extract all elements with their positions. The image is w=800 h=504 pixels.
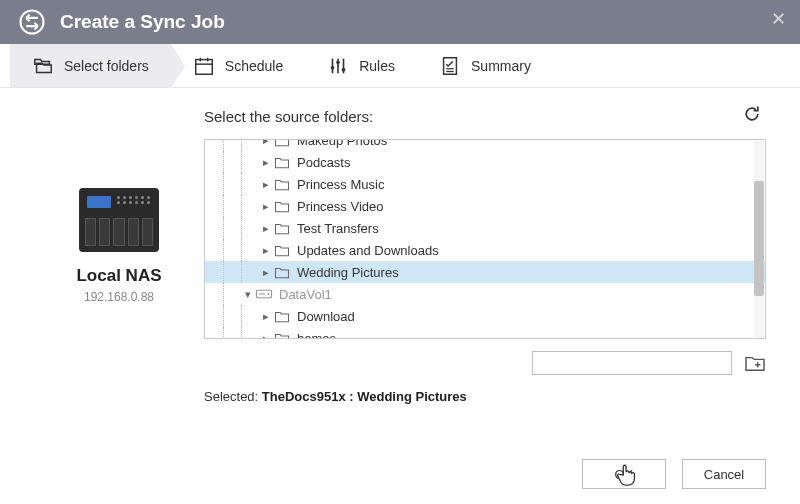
ok-button[interactable]: OK (582, 459, 666, 489)
hdd-icon (255, 286, 273, 302)
section-title: Select the source folders: (204, 108, 373, 125)
tree-item-label: Makeup Photos (297, 139, 765, 148)
folder-icon (273, 308, 291, 324)
refresh-icon[interactable] (738, 100, 766, 133)
folders-stack-icon (32, 55, 54, 77)
folder-tree[interactable]: Makeup PhotosPodcastsPrincess MusicPrinc… (204, 139, 766, 339)
folder-icon (273, 176, 291, 192)
chevron-right-icon[interactable] (259, 139, 273, 147)
tree-item-label: Updates and Downloads (297, 243, 765, 258)
document-check-icon (439, 55, 461, 77)
tree-guide (223, 151, 241, 173)
tree-row[interactable]: Test Transfers (205, 217, 765, 239)
titlebar: Create a Sync Job ✕ (0, 0, 800, 44)
scrollbar-thumb[interactable] (754, 181, 764, 296)
chevron-right-icon[interactable] (259, 222, 273, 235)
close-icon[interactable]: ✕ (771, 8, 786, 30)
folder-icon (273, 220, 291, 236)
chevron-right-icon[interactable] (259, 156, 273, 169)
tree-item-label: Princess Music (297, 177, 765, 192)
chevron-down-icon[interactable] (241, 288, 255, 301)
source-device-panel: Local NAS 192.168.0.88 (34, 100, 204, 444)
step-summary[interactable]: Summary (417, 44, 553, 87)
tree-item-label: Download (297, 309, 765, 324)
tree-row[interactable]: DataVol1 (205, 283, 765, 305)
path-input[interactable] (532, 351, 732, 375)
tree-item-label: DataVol1 (279, 287, 765, 302)
scrollbar-track[interactable] (754, 141, 764, 337)
folder-icon (273, 198, 291, 214)
svg-point-15 (268, 293, 270, 295)
step-rules[interactable]: Rules (305, 44, 417, 87)
step-label: Select folders (64, 58, 149, 74)
step-label: Rules (359, 58, 395, 74)
tree-guide (223, 239, 241, 261)
svg-point-8 (331, 66, 335, 70)
cancel-button[interactable]: Cancel (682, 459, 766, 489)
tree-guide (223, 305, 241, 327)
tree-guide (241, 305, 259, 327)
tree-item-label: Podcasts (297, 155, 765, 170)
tree-item-label: homes (297, 331, 765, 340)
selected-path-line: Selected: TheDocs951x : Wedding Pictures (204, 389, 766, 404)
calendar-icon (193, 55, 215, 77)
tree-row[interactable]: Princess Video (205, 195, 765, 217)
nas-device-icon (79, 188, 159, 252)
tree-row[interactable]: Download (205, 305, 765, 327)
main-content: Local NAS 192.168.0.88 Select the source… (0, 88, 800, 444)
tree-guide (223, 195, 241, 217)
step-select-folders[interactable]: Select folders (10, 44, 171, 87)
tree-guide (241, 139, 259, 151)
dialog-footer: OK Cancel (0, 444, 800, 504)
tree-guide (241, 261, 259, 283)
tree-guide (223, 327, 241, 339)
step-label: Summary (471, 58, 531, 74)
chevron-right-icon[interactable] (259, 244, 273, 257)
chevron-right-icon[interactable] (259, 332, 273, 340)
tree-guide (205, 151, 223, 173)
folder-icon (273, 330, 291, 339)
tree-guide (223, 217, 241, 239)
tree-guide (205, 239, 223, 261)
tree-row[interactable]: homes (205, 327, 765, 339)
tree-guide (241, 173, 259, 195)
tree-guide (205, 139, 223, 151)
selected-value: TheDocs951x : Wedding Pictures (262, 389, 467, 404)
svg-rect-1 (196, 59, 213, 74)
tree-item-label: Princess Video (297, 199, 765, 214)
chevron-right-icon[interactable] (259, 310, 273, 323)
tree-guide (205, 173, 223, 195)
tree-row[interactable]: Princess Music (205, 173, 765, 195)
tree-guide (205, 283, 223, 305)
tree-item-label: Test Transfers (297, 221, 765, 236)
sync-logo-icon (18, 8, 46, 36)
svg-point-0 (20, 10, 43, 33)
tree-guide (223, 139, 241, 151)
tree-item-label: Wedding Pictures (297, 265, 765, 280)
chevron-right-icon[interactable] (259, 266, 273, 279)
folder-icon (273, 139, 291, 148)
chevron-right-icon[interactable] (259, 200, 273, 213)
selected-label: Selected: (204, 389, 262, 404)
tree-guide (205, 217, 223, 239)
step-schedule[interactable]: Schedule (171, 44, 305, 87)
folder-icon (273, 242, 291, 258)
tree-row[interactable]: Wedding Pictures (205, 261, 765, 283)
tree-guide (205, 327, 223, 339)
step-label: Schedule (225, 58, 283, 74)
chevron-right-icon[interactable] (259, 178, 273, 191)
tree-guide (205, 261, 223, 283)
window-title: Create a Sync Job (60, 11, 225, 33)
tree-row[interactable]: Podcasts (205, 151, 765, 173)
tree-guide (223, 283, 241, 305)
device-ip: 192.168.0.88 (84, 290, 154, 304)
tree-guide (241, 239, 259, 261)
folder-icon (273, 154, 291, 170)
tree-row[interactable]: Makeup Photos (205, 139, 765, 151)
tree-guide (205, 305, 223, 327)
tree-row[interactable]: Updates and Downloads (205, 239, 765, 261)
folder-icon (273, 264, 291, 280)
tree-guide (223, 173, 241, 195)
new-folder-icon[interactable] (744, 354, 766, 372)
path-row (204, 351, 766, 375)
